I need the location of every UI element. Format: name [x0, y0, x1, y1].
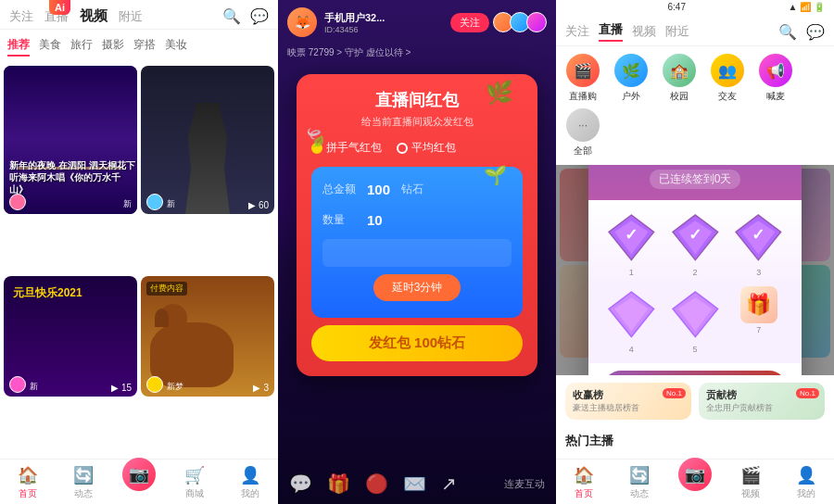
- cat-campus[interactable]: 🏫 校园: [658, 54, 701, 103]
- delay-button[interactable]: 延时3分钟: [373, 274, 461, 301]
- share-icon[interactable]: ↗: [441, 472, 457, 495]
- cat-travel[interactable]: 旅行: [70, 35, 93, 57]
- diamond-icon-4: [603, 286, 660, 343]
- cat-label-shout: 喊麦: [766, 90, 785, 103]
- streamer-name: 手机用户32...: [324, 11, 443, 25]
- author-4: 新梦: [167, 381, 183, 393]
- camera-button[interactable]: 📷: [122, 458, 156, 491]
- count-value: 10: [360, 208, 390, 232]
- checkin-action-button[interactable]: 立即签到: [603, 371, 787, 375]
- rank-badge-2: No.1: [796, 388, 819, 398]
- cat-icon-live: 🎬: [566, 54, 600, 87]
- p3-label-home: 首页: [575, 487, 593, 500]
- checkin-overlay: 每日签到 已连续签到0天 ✕ ✓ 1: [556, 165, 834, 375]
- mail-icon[interactable]: ✉️: [403, 472, 426, 495]
- cat-icon-shout: 📢: [759, 54, 792, 87]
- stats-3: ▶15: [111, 383, 132, 393]
- p3-nav-video[interactable]: 🎬 视频: [723, 465, 778, 500]
- cat-fashion[interactable]: 穿搭: [133, 35, 156, 57]
- cat-recommend[interactable]: 推荐: [7, 35, 30, 57]
- cat-beauty[interactable]: 美妆: [165, 35, 187, 57]
- nav-home[interactable]: 🏠 首页: [0, 465, 56, 500]
- author-2: 新: [167, 198, 175, 210]
- modal-blue-section: 🌱 总金额 100 钻石 数量 10 延时3分钟: [311, 167, 523, 318]
- day-label-4: 4: [629, 345, 634, 354]
- p3-nav-camera[interactable]: 📷: [667, 465, 723, 500]
- radio-equal[interactable]: 平均红包: [397, 140, 456, 156]
- p3-nav-profile[interactable]: 👤 我的: [778, 465, 834, 500]
- cat-food[interactable]: 美食: [39, 35, 61, 57]
- cat-icon-all: ···: [566, 108, 600, 142]
- nav-shop[interactable]: 🛒 商城: [167, 465, 222, 500]
- feed-icon: 🔄: [73, 465, 94, 485]
- cat-all[interactable]: ··· 全部: [562, 108, 604, 158]
- gift-day-7: 🎁 7: [730, 286, 787, 354]
- diamond-day-4: 4: [603, 286, 660, 354]
- amount-label: 总金额: [322, 182, 360, 197]
- p3-header-icons: 🔍 💬: [778, 23, 825, 41]
- nav-label-home: 首页: [19, 487, 37, 500]
- profile-icon: 👤: [240, 465, 260, 485]
- heart-icon[interactable]: 🔴: [365, 472, 388, 495]
- diamond-icon-5: [667, 286, 724, 343]
- p3-tab-live[interactable]: 直播: [599, 21, 623, 42]
- cat-friend[interactable]: 👥 交友: [706, 54, 749, 103]
- diamond-day-2: ✓ 2: [667, 209, 724, 277]
- send-red-packet-button[interactable]: 发红包 100钻石: [311, 325, 523, 361]
- tab-video[interactable]: 视频: [80, 7, 107, 25]
- slider-bar[interactable]: [322, 239, 512, 267]
- gift-box-icon: 🎁: [740, 286, 777, 323]
- streamer-avatar: 🦊: [287, 7, 317, 37]
- cat-shout[interactable]: 📢 喊麦: [754, 54, 797, 103]
- nav-camera[interactable]: 📷: [111, 465, 167, 500]
- p3-message-icon[interactable]: 💬: [806, 23, 825, 41]
- status-time: 6:47: [668, 2, 686, 12]
- tab-follow[interactable]: 关注: [9, 8, 33, 25]
- svg-text:✓: ✓: [752, 227, 765, 245]
- shop-icon: 🛒: [184, 465, 205, 485]
- p3-tab-video[interactable]: 视频: [632, 23, 656, 40]
- cat-photo[interactable]: 摄影: [102, 35, 124, 57]
- cat-live-shop[interactable]: 🎬 直播购: [562, 54, 604, 103]
- avatar-3: [9, 376, 26, 393]
- live-header: 🦊 手机用户32... ID:43456 关注: [278, 0, 556, 44]
- p3-camera-button[interactable]: 📷: [678, 458, 712, 491]
- stats-4: ▶3: [253, 383, 269, 393]
- p3-tab-nearby[interactable]: 附近: [665, 23, 689, 40]
- nav-profile[interactable]: 👤 我的: [222, 465, 278, 500]
- nav-feed[interactable]: 🔄 动态: [56, 465, 111, 500]
- follow-button[interactable]: 关注: [450, 13, 489, 32]
- p3-tab-follow[interactable]: 关注: [565, 23, 589, 40]
- status-icons: ▲ 📶 🔋: [789, 2, 825, 12]
- day-label-5: 5: [692, 345, 697, 354]
- stats-2: ▶60: [248, 200, 269, 210]
- count-row: 数量 10: [322, 208, 512, 232]
- video-card-4[interactable]: 付费内容 ▶3 新梦: [141, 276, 274, 397]
- p3-label-feed: 动态: [630, 487, 649, 500]
- gift-icon[interactable]: 🎁: [327, 472, 350, 495]
- red-packet-modal: 🌿 🍃 直播间红包 给当前直播间观众发红包 拼手气红包 平均红包 🌱: [297, 74, 537, 376]
- search-icon[interactable]: 🔍: [222, 7, 241, 25]
- rank-sub-1: 豪送主播稳居榜首: [573, 402, 684, 414]
- video-card-1[interactable]: 新年的夜晚 在泗阳 泗天桐花下 听海来阿木唱《你的万水千山》 新: [4, 66, 137, 214]
- svg-text:✓: ✓: [625, 227, 638, 245]
- rank-card-1[interactable]: 收赢榜 豪送主播稳居榜首 No.1: [565, 383, 691, 420]
- cat-outdoor[interactable]: 🌿 户外: [610, 54, 652, 103]
- tab-nearby[interactable]: 附近: [119, 8, 143, 25]
- cat-label-outdoor: 户外: [622, 90, 640, 103]
- radio-group: 拼手气红包 平均红包: [311, 140, 523, 156]
- chat-icon[interactable]: 💬: [289, 472, 312, 495]
- p3-label-profile: 我的: [797, 487, 815, 500]
- p3-search-icon[interactable]: 🔍: [778, 23, 797, 41]
- day-label-7: 7: [756, 325, 761, 334]
- p3-bottom-nav: 🏠 首页 🔄 动态 📷 🎬 视频 👤 我的: [556, 459, 834, 504]
- video-card-3[interactable]: 元旦快乐2021 ▶15 新: [4, 276, 137, 397]
- p3-nav-feed[interactable]: 🔄 动态: [612, 465, 667, 500]
- video-card-2[interactable]: ▶60 新: [141, 66, 274, 214]
- panel-video-feed: Ai 关注 直播 视频 附近 🔍 💬 推荐 美食 旅行 摄影 穿搭 美妆 新年的…: [0, 0, 278, 504]
- cat-label-campus: 校园: [670, 90, 689, 103]
- rank-card-2[interactable]: 贡献榜 全忠用户贡献榜首 No.1: [699, 383, 825, 420]
- p3-nav-home[interactable]: 🏠 首页: [556, 465, 612, 500]
- nav-label-feed: 动态: [74, 487, 93, 500]
- message-icon[interactable]: 💬: [250, 7, 269, 25]
